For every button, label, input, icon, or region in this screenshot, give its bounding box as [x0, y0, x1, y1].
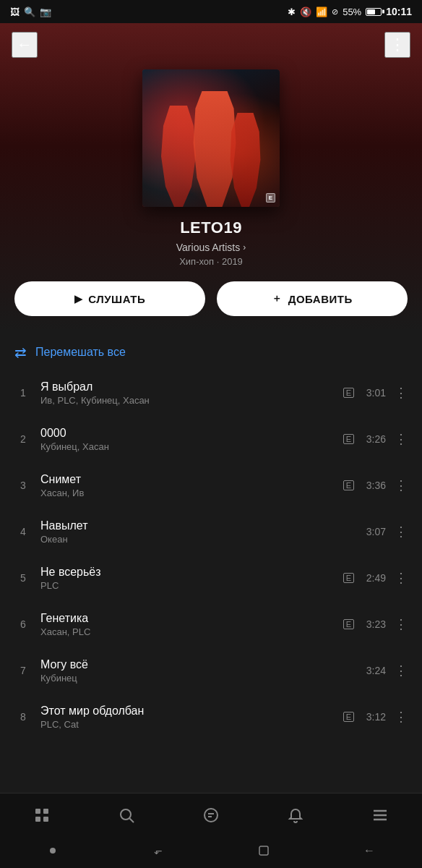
sys-nav-dot[interactable]	[38, 840, 67, 861]
battery-icon	[366, 8, 382, 16]
svg-rect-0	[35, 809, 40, 814]
track-artist: PLC	[40, 580, 343, 591]
track-name: Я выбрал	[40, 380, 343, 393]
sys-nav-home[interactable]	[249, 840, 278, 861]
nav-library[interactable]	[24, 797, 60, 833]
wifi-icon: 📶	[316, 7, 327, 17]
track-item[interactable]: 2 0000 Кубинец, Хасан E 3:26 ⋮	[0, 416, 422, 462]
track-duration: 3:07	[360, 526, 386, 537]
track-more-button[interactable]: ⋮	[392, 428, 410, 450]
nav-search[interactable]	[108, 797, 145, 833]
nav-menu[interactable]	[362, 797, 398, 833]
track-item[interactable]: 3 Снимет Хасан, Ив E 3:36 ⋮	[0, 462, 422, 509]
status-right-icons: ✱ 🔇 📶 ⊘ 55% 10:11	[288, 6, 412, 17]
album-art-figures	[142, 69, 280, 207]
explicit-icon: E	[343, 388, 354, 398]
explicit-badge: E	[266, 193, 275, 203]
track-number: 7	[14, 665, 32, 676]
track-item[interactable]: 7 Могу всё Кубинец 3:24 ⋮	[0, 647, 422, 694]
track-item[interactable]: 6 Генетика Хасан, PLC E 3:23 ⋮	[0, 601, 422, 647]
shuffle-icon: ⇄	[14, 344, 27, 361]
sys-nav-back[interactable]: ←	[355, 840, 384, 861]
nav-bar	[0, 793, 422, 836]
track-info: Этот мир обдолбан PLC, Cat	[32, 705, 343, 730]
track-number: 5	[14, 572, 32, 584]
camera-icon: 📷	[40, 7, 51, 17]
track-artist: PLC, Cat	[40, 719, 343, 730]
main-content: ⇄ Перемешать все 1 Я выбрал Ив, PLC, Куб…	[0, 331, 422, 740]
track-name: Могу всё	[40, 658, 360, 671]
track-artist: Ив, PLC, Кубинец, Хасан	[40, 395, 343, 406]
track-right: E 3:36 ⋮	[343, 475, 410, 496]
svg-rect-3	[43, 817, 48, 822]
track-duration: 3:36	[360, 480, 386, 491]
explicit-icon: E	[343, 619, 354, 629]
svg-rect-1	[43, 809, 48, 814]
track-more-button[interactable]: ⋮	[392, 613, 410, 635]
track-number: 6	[14, 618, 32, 630]
track-more-button[interactable]: ⋮	[392, 475, 410, 496]
blocked-icon: ⊘	[332, 7, 338, 17]
track-number: 2	[14, 433, 32, 445]
play-button[interactable]: ▶ СЛУШАТЬ	[14, 281, 205, 316]
track-artist: Хасан, PLC	[40, 626, 343, 637]
nav-notifications[interactable]	[277, 797, 314, 833]
sys-nav-recents[interactable]: ⬐	[144, 840, 173, 861]
track-right: 3:24 ⋮	[360, 660, 410, 681]
track-right: E 3:26 ⋮	[343, 428, 410, 450]
explicit-icon: E	[343, 573, 354, 583]
track-info: Я выбрал Ив, PLC, Кубинец, Хасан	[32, 380, 343, 406]
track-number: 8	[14, 711, 32, 723]
time-display: 10:11	[386, 6, 412, 17]
bluetooth-icon: ✱	[288, 7, 296, 17]
track-more-button[interactable]: ⋮	[392, 706, 410, 728]
add-icon: ＋	[272, 292, 283, 305]
track-name: Навылет	[40, 519, 360, 532]
system-nav-bar: ⬐ ←	[0, 836, 422, 868]
track-right: E 3:23 ⋮	[343, 613, 410, 635]
track-more-button[interactable]: ⋮	[392, 660, 410, 681]
album-artist-name: Various Artists	[176, 242, 240, 253]
header-top-bar: ← ⋮	[0, 23, 422, 67]
figure-left	[157, 106, 200, 207]
status-bar: 🖼 🔍 📷 ✱ 🔇 📶 ⊘ 55% 10:11	[0, 0, 422, 23]
track-info: Могу всё Кубинец	[32, 658, 360, 684]
shuffle-row[interactable]: ⇄ Перемешать все	[0, 331, 422, 370]
explicit-icon: E	[343, 712, 354, 722]
add-button[interactable]: ＋ ДОБАВИТЬ	[217, 281, 408, 316]
more-options-button[interactable]: ⋮	[384, 32, 410, 58]
track-item[interactable]: 5 Не всерьёз PLC E 2:49 ⋮	[0, 555, 422, 601]
track-artist: Хасан, Ив	[40, 488, 343, 498]
track-more-button[interactable]: ⋮	[392, 521, 410, 542]
back-button[interactable]: ←	[12, 32, 38, 58]
play-label: СЛУШАТЬ	[88, 293, 145, 305]
track-item[interactable]: 1 Я выбрал Ив, PLC, Кубинец, Хасан E 3:0…	[0, 370, 422, 416]
track-duration: 3:23	[360, 618, 386, 630]
album-artist[interactable]: Various Artists ›	[176, 242, 246, 253]
battery-percent: 55%	[343, 7, 361, 17]
track-item[interactable]: 4 Навылет Океан 3:07 ⋮	[0, 509, 422, 555]
track-duration: 3:24	[360, 665, 386, 676]
svg-line-5	[130, 818, 134, 822]
track-right: E 3:12 ⋮	[343, 706, 410, 728]
nav-chat[interactable]	[193, 797, 229, 833]
track-more-button[interactable]: ⋮	[392, 567, 410, 589]
track-number: 4	[14, 526, 32, 537]
track-duration: 3:12	[360, 711, 386, 723]
track-right: E 2:49 ⋮	[343, 567, 410, 589]
track-item[interactable]: 8 Этот мир обдолбан PLC, Cat E 3:12 ⋮	[0, 694, 422, 740]
track-more-button[interactable]: ⋮	[392, 382, 410, 404]
svg-point-4	[121, 809, 131, 820]
shuffle-label[interactable]: Перемешать все	[35, 346, 126, 359]
track-duration: 2:49	[360, 572, 386, 584]
track-name: 0000	[40, 427, 343, 440]
track-info: 0000 Кубинец, Хасан	[32, 427, 343, 452]
svg-rect-10	[259, 846, 268, 855]
track-right: 3:07 ⋮	[360, 521, 410, 542]
track-artist: Кубинец	[40, 673, 360, 684]
explicit-icon: E	[343, 480, 354, 490]
track-name: Этот мир обдолбан	[40, 705, 343, 718]
track-name: Генетика	[40, 612, 343, 625]
track-info: Снимет Хасан, Ив	[32, 473, 343, 498]
track-duration: 3:26	[360, 433, 386, 445]
